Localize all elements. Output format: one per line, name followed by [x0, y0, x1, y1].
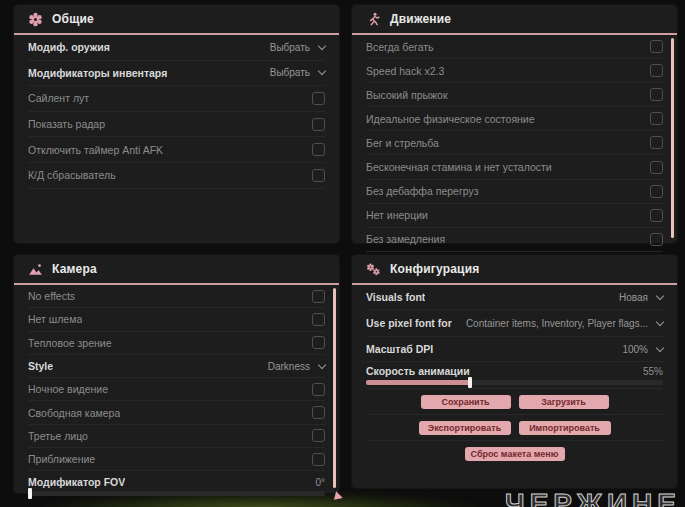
panel-config-header[interactable]: Конфигурация [352, 255, 677, 285]
row-infinite-stamina: Бесконечная стамина и нет усталости [366, 155, 663, 179]
row-fov-modifier: Модификатор FOV 0° [28, 471, 325, 501]
runner-icon [366, 12, 381, 27]
zoom-checkbox[interactable] [312, 453, 325, 466]
row-label: Приближение [28, 453, 95, 465]
row-label: Use pixel font for [366, 317, 452, 329]
row-perfect-condition: Идеальное физическое состояние [366, 107, 663, 131]
row-thermal-vision: Тепловое зрение [28, 332, 325, 355]
panel-camera: Камера No effects Нет шлема Тепловое зре… [14, 255, 339, 493]
row-inventory-mods: Модификаторы инвентаря Выбрать [28, 61, 325, 87]
row-label: Сайлент лут [28, 92, 89, 104]
image-icon [28, 262, 43, 277]
panel-title: Движение [390, 12, 451, 26]
background-game-text: ЧЕРЖИНЕ [505, 488, 681, 507]
no-overload-debuff-checkbox[interactable] [650, 185, 663, 198]
no-slowdown-checkbox[interactable] [650, 233, 663, 246]
row-no-inertia: Нет инерции [366, 204, 663, 228]
animation-speed-slider[interactable] [366, 380, 663, 385]
row-label: Нет шлема [28, 313, 82, 325]
kd-resetter-checkbox[interactable] [312, 169, 325, 182]
show-radar-checkbox[interactable] [312, 118, 325, 131]
row-silent-loot: Сайлент лут [28, 86, 325, 112]
chevron-down-icon [656, 291, 664, 299]
row-label: Всегда бегать [366, 41, 434, 53]
row-label: Модиф. оружия [28, 41, 110, 53]
panel-general: Общие Модиф. оружия Выбрать Модификаторы… [14, 5, 339, 243]
movement-scrollbar[interactable] [671, 38, 674, 238]
no-effects-checkbox[interactable] [312, 290, 325, 303]
row-label: Нет инерции [366, 209, 428, 221]
row-no-effects: No effects [28, 285, 325, 308]
row-animation-speed: Скорость анимации 55% [366, 362, 663, 389]
dropdown-value: 100% [622, 344, 648, 355]
row-night-vision: Ночное видение [28, 378, 325, 401]
row-no-overload-debuff: Без дебаффа перегруз [366, 180, 663, 204]
dpi-scale-dropdown[interactable]: 100% [622, 344, 663, 355]
row-free-camera: Свободная камера [28, 401, 325, 424]
free-camera-checkbox[interactable] [312, 406, 325, 419]
animation-speed-slider-handle[interactable] [468, 377, 472, 388]
panel-movement-header[interactable]: Движение [352, 5, 677, 35]
speed-hack-checkbox[interactable] [650, 64, 663, 77]
row-label: No effects [28, 290, 75, 302]
fov-value: 0° [315, 477, 325, 488]
row-visuals-font: Visuals font Новая [366, 285, 663, 310]
mod-menu-overlay: ЧЕРЖИНЕ Общие Модиф. оружия Выбрать Моди… [0, 0, 685, 507]
row-label: Модификаторы инвентаря [28, 67, 167, 79]
row-pixel-font-for: Use pixel font for Container items, Inve… [366, 310, 663, 337]
row-label: Отключить таймер Anti AFK [28, 144, 163, 156]
night-vision-checkbox[interactable] [312, 383, 325, 396]
thermal-vision-checkbox[interactable] [312, 336, 325, 349]
row-label: Speed hack x2.3 [366, 65, 444, 77]
panel-camera-header[interactable]: Камера [14, 255, 339, 285]
fov-slider[interactable] [28, 491, 325, 496]
save-button[interactable]: Сохранить [421, 395, 511, 409]
chevron-down-icon [318, 67, 326, 75]
export-button[interactable]: Экспортировать [419, 421, 511, 435]
import-button[interactable]: Импортировать [519, 421, 611, 435]
high-jump-checkbox[interactable] [650, 88, 663, 101]
weapon-mod-dropdown[interactable]: Выбрать [270, 42, 325, 53]
row-speed-hack: Speed hack x2.3 [366, 59, 663, 83]
panel-config: Конфигурация Visuals font Новая Use pixe… [352, 255, 677, 488]
panel-title: Конфигурация [390, 262, 479, 276]
row-label: Visuals font [366, 291, 425, 303]
animation-speed-slider-fill [366, 380, 470, 385]
anti-afk-timer-checkbox[interactable] [312, 143, 325, 156]
row-no-helmet: Нет шлема [28, 308, 325, 331]
row-label: Бесконечная стамина и нет усталости [366, 161, 552, 173]
silent-loot-checkbox[interactable] [312, 92, 325, 105]
third-person-checkbox[interactable] [312, 429, 325, 442]
infinite-stamina-checkbox[interactable] [650, 161, 663, 174]
panel-title: Камера [52, 262, 97, 276]
row-label: К/Д сбрасыватель [28, 169, 116, 181]
run-and-gun-checkbox[interactable] [650, 136, 663, 149]
perfect-condition-checkbox[interactable] [650, 112, 663, 125]
row-label: Ночное видение [28, 383, 108, 395]
pixel-font-for-dropdown[interactable]: Container items, Inventory, Player flags… [466, 318, 663, 329]
chevron-down-icon [656, 343, 664, 351]
row-high-jump: Высокий прыжок [366, 83, 663, 107]
row-label: Идеальное физическое состояние [366, 113, 535, 125]
chevron-down-icon [318, 42, 326, 50]
row-label: Без дебаффа перегруз [366, 185, 479, 197]
visuals-font-dropdown[interactable]: Новая [619, 292, 663, 303]
no-helmet-checkbox[interactable] [312, 313, 325, 326]
row-label: Бег и стрельба [366, 137, 439, 149]
fov-slider-handle[interactable] [28, 488, 32, 499]
panel-general-header[interactable]: Общие [14, 5, 339, 35]
row-label: Скорость анимации [366, 365, 470, 377]
style-dropdown[interactable]: Darkness [268, 361, 325, 372]
row-kd-resetter: К/Д сбрасыватель [28, 163, 325, 189]
reset-menu-layout-button[interactable]: Сброс макета меню [465, 447, 565, 461]
dropdown-value: Container items, Inventory, Player flags… [466, 318, 648, 329]
always-run-checkbox[interactable] [650, 40, 663, 53]
button-row-save-load: Сохранить Загрузить [366, 389, 663, 415]
load-button[interactable]: Загрузить [519, 395, 609, 409]
chevron-down-icon [656, 317, 664, 325]
camera-scrollbar[interactable] [333, 288, 336, 488]
row-label: Без замедления [366, 233, 445, 245]
no-inertia-checkbox[interactable] [650, 209, 663, 222]
row-anti-afk-timer: Отключить таймер Anti AFK [28, 137, 325, 163]
inventory-mods-dropdown[interactable]: Выбрать [270, 67, 325, 78]
